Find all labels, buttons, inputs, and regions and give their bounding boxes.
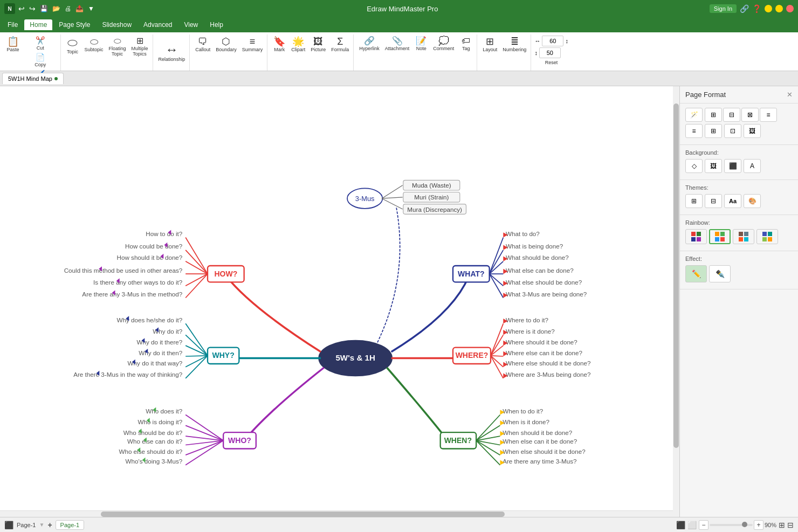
- subtopic-button[interactable]: ⬭ Subtopic: [82, 36, 106, 54]
- svg-text:What 3-Mus are being done?: What 3-Mus are being done?: [506, 291, 587, 298]
- note-button[interactable]: 📝 Note: [412, 36, 430, 53]
- multiple-topics-label: MultipleTopics: [132, 46, 148, 57]
- bg-color-btn[interactable]: ◇: [685, 159, 703, 173]
- layout-list-btn[interactable]: ≡: [760, 108, 777, 122]
- menu-help[interactable]: Help: [204, 19, 229, 30]
- boundary-button[interactable]: ⬡ Boundary: [214, 36, 239, 54]
- reset-button[interactable]: Reset: [534, 59, 568, 67]
- paste-button[interactable]: 📋 Paste: [4, 36, 22, 54]
- fit-width-btn[interactable]: ⬜: [687, 521, 697, 529]
- rainbow-btn-4[interactable]: [756, 229, 778, 244]
- zoom-fit-btn[interactable]: ⊞: [779, 521, 785, 529]
- close-btn[interactable]: [786, 5, 794, 12]
- theme-grid-b-btn[interactable]: ⊟: [705, 194, 722, 208]
- bullets-btn[interactable]: ≡: [685, 124, 703, 138]
- canvas[interactable]: 5W's & 1H HOW? How to do it? How could b…: [0, 86, 679, 517]
- callout-buttons: 🗨 Callout ⬡ Boundary ≡ Summary: [193, 36, 265, 70]
- fit-page-btn[interactable]: ⬛: [676, 521, 685, 529]
- menu-view[interactable]: View: [178, 19, 203, 30]
- paste-label: Paste: [6, 47, 19, 53]
- bg-image1-btn[interactable]: 🖼: [705, 159, 722, 173]
- expand-icon[interactable]: ⬛: [4, 521, 13, 529]
- quickaccess-print[interactable]: 🖨: [64, 5, 72, 12]
- effect-btn-1[interactable]: ✏️: [685, 265, 707, 282]
- rainbow-row: [685, 229, 793, 244]
- copy-button[interactable]: 📄 Copy: [23, 52, 58, 68]
- vscroll-thumb[interactable]: [673, 103, 679, 448]
- bg-image2-btn[interactable]: ⬛: [724, 159, 741, 173]
- clipart-button[interactable]: 🌟 Clipart: [289, 36, 307, 54]
- app-icon: N: [4, 3, 15, 14]
- svg-text:Where is it done?: Where is it done?: [506, 328, 555, 335]
- theme-grid-a-btn[interactable]: ⊞: [685, 194, 703, 208]
- menu-advanced[interactable]: Advanced: [138, 19, 177, 30]
- org-btn2[interactable]: ⊡: [724, 124, 741, 138]
- quickaccess-new[interactable]: 📂: [51, 5, 61, 12]
- cut-button[interactable]: ✂️ Cut: [23, 36, 58, 51]
- horizontal-scrollbar[interactable]: [0, 510, 673, 517]
- zoom-slider[interactable]: [710, 524, 753, 526]
- rainbow-btn-2[interactable]: [709, 229, 731, 244]
- rainbow-btn-3[interactable]: [733, 229, 754, 244]
- topic-button[interactable]: ⬭ Topic: [64, 36, 81, 56]
- add-page-btn[interactable]: +: [47, 521, 52, 529]
- layout-button[interactable]: ⊞ Layout: [480, 36, 499, 54]
- zoom-in-btn[interactable]: +: [754, 520, 763, 530]
- menu-home[interactable]: Home: [24, 19, 52, 30]
- quickaccess-more[interactable]: ▼: [87, 5, 95, 12]
- hierarchy-btn[interactable]: ⊞: [705, 124, 722, 138]
- quickaccess-undo[interactable]: ↩: [17, 4, 26, 13]
- zoom-out-btn[interactable]: −: [699, 520, 708, 530]
- summary-button[interactable]: ≡ Summary: [240, 36, 265, 54]
- comment-button[interactable]: 💭 Comment: [431, 36, 456, 53]
- theme-color-btn[interactable]: 🎨: [744, 194, 761, 208]
- bg-font-btn[interactable]: A: [744, 159, 761, 173]
- vertical-scrollbar[interactable]: [673, 86, 679, 517]
- callout-button[interactable]: 🗨 Callout: [193, 36, 212, 54]
- zoom-width-input[interactable]: [542, 36, 563, 46]
- minimize-btn[interactable]: [765, 5, 772, 12]
- floating-topic-button[interactable]: ⬭ FloatingTopic: [107, 36, 128, 58]
- help-icon[interactable]: ❓: [752, 4, 761, 13]
- page-tab-1[interactable]: Page-1: [56, 520, 84, 530]
- numbering-button[interactable]: ≣ Numbering: [500, 36, 528, 54]
- ribbon-group-zoom: ↔ ↕ ↕ Reset: [532, 34, 570, 71]
- theme-text-btn[interactable]: Aa: [724, 194, 741, 208]
- attachment-button[interactable]: 📎 Attachment: [383, 36, 412, 53]
- signin-btn[interactable]: Sign In: [710, 4, 737, 13]
- quickaccess-export[interactable]: 📤: [74, 5, 85, 12]
- relationship-button[interactable]: ↔ Relationship: [156, 36, 188, 70]
- svg-text:WHO?: WHO?: [228, 436, 251, 445]
- layout-org-btn[interactable]: ⊠: [741, 108, 759, 122]
- share-icon[interactable]: 🔗: [740, 4, 749, 13]
- tag-button[interactable]: 🏷 Tag: [457, 36, 474, 53]
- picture-button[interactable]: 🖼 Picture: [308, 36, 328, 54]
- menu-slideshow[interactable]: Slideshow: [97, 19, 137, 30]
- layout-grid-btn[interactable]: ⊞: [705, 108, 722, 122]
- mark-button[interactable]: 🔖 Mark: [271, 36, 288, 54]
- formula-button[interactable]: Σ Formula: [329, 36, 351, 54]
- quickaccess-save[interactable]: 💾: [39, 5, 49, 12]
- layout-tree-btn[interactable]: ⊟: [723, 108, 740, 122]
- svg-text:5W's & 1H: 5W's & 1H: [335, 353, 375, 362]
- rainbow-btn-1[interactable]: [685, 229, 707, 244]
- zoom-height-input[interactable]: [539, 47, 561, 58]
- themes-label: Themes:: [685, 184, 793, 191]
- effect-label: Effect:: [685, 255, 793, 262]
- magic-wand-btn[interactable]: 🪄: [685, 108, 703, 122]
- zoom-slider-thumb[interactable]: [742, 522, 747, 527]
- panel-close-icon[interactable]: ✕: [787, 91, 793, 99]
- menu-pagestyle[interactable]: Page Style: [53, 19, 95, 30]
- hscroll-thumb[interactable]: [101, 512, 505, 517]
- zoom-actual-btn[interactable]: ⊟: [787, 521, 794, 529]
- tab-5w1h[interactable]: 5W1H Mind Map: [2, 73, 64, 84]
- multiple-topics-button[interactable]: ⊞ MultipleTopics: [129, 36, 150, 58]
- effect-btn-2[interactable]: ✒️: [709, 265, 731, 282]
- image-btn[interactable]: 🖼: [744, 124, 761, 138]
- panel-background-section: Background: ◇ 🖼 ⬛ A: [680, 145, 798, 180]
- menu-file[interactable]: File: [2, 19, 23, 30]
- quickaccess-redo[interactable]: ↪: [28, 4, 37, 13]
- hyperlink-button[interactable]: 🔗 Hyperlink: [357, 36, 382, 53]
- maximize-btn[interactable]: [775, 5, 783, 12]
- zoom-h-icon: ↕: [534, 50, 538, 56]
